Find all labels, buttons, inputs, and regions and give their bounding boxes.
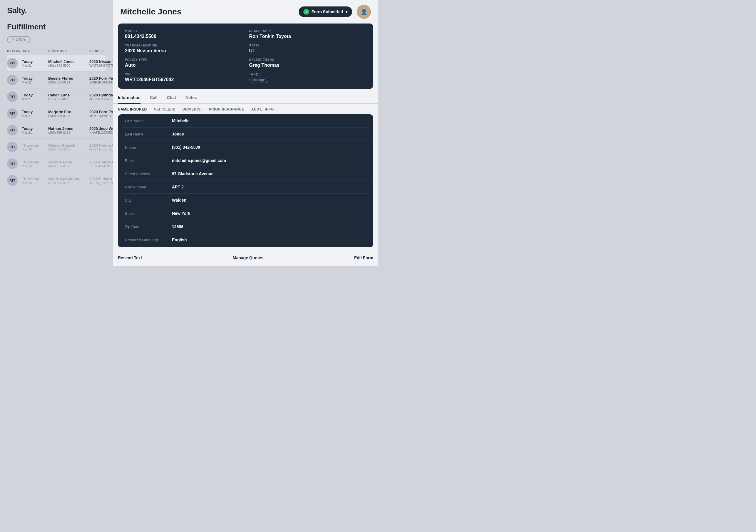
form-section: First Name Mitchelle Last Name Jones Pho… [118, 114, 373, 247]
form-label: Last Name [125, 132, 172, 136]
filter-button[interactable]: FILTER [7, 36, 31, 43]
date-sub: Mar 21 [22, 97, 48, 101]
tabs-bar: InformationCallChatNotes [113, 92, 378, 104]
form-row: Phone (801) 342-5500 [122, 141, 368, 154]
info-card: MOBILE 801.4342.5500 DEALERSHIP Ron Tonk… [118, 23, 373, 89]
customer-name: Marjorie Fox [48, 110, 89, 114]
tags-field: TAG(S) Manage [249, 73, 366, 83]
table-row[interactable]: RTTThursdayMar 20Jerome Pena(843) 555-01… [7, 155, 106, 172]
page-title: Fulfillment [7, 22, 106, 32]
dealer-avatar: RTT [7, 75, 18, 85]
sub-tab-vehicle(s)[interactable]: VEHICLE(S) [154, 105, 176, 114]
dealer-avatar: RTT [7, 125, 18, 136]
customer-name: Jerome Pena [48, 160, 89, 164]
date-sub: Mar 21 [22, 131, 48, 134]
salesperson-value: Greg Thomas [249, 63, 366, 68]
state-value: UT [249, 48, 366, 53]
date-col: TodayMar 21 [22, 59, 48, 67]
logo: Salty. [7, 6, 106, 15]
right-header: Mitchelle Jones ✓ Form Submitted ▾ 👤 [113, 0, 378, 23]
customer-phone: (308) 555-0121 [48, 81, 89, 84]
sub-tab-prior-insurance[interactable]: PRIOR INSURANCE [209, 105, 244, 114]
form-label: First Name [125, 119, 172, 123]
mobile-field: MOBILE 801.4342.5500 [125, 29, 242, 39]
table-row[interactable]: RTTThursdayMar 20Courtney Cooper(319) 55… [7, 172, 106, 189]
left-panel: Salty. Fulfillment FILTER DEALER DATE CU… [0, 0, 113, 266]
avatar: 👤 [357, 5, 371, 19]
table-row[interactable]: RTTTodayMar 21Mitchell Jones(801) 342-55… [7, 55, 106, 71]
customer-col: Wendy Russell(225) 555-0118 [48, 143, 89, 151]
year-make-model-value: 2020 Nissan Versa [125, 48, 242, 53]
policy-type-field: POLICY TYPE Auto [125, 58, 242, 68]
date-main: Thursday [22, 177, 48, 181]
customer-name: Mitchell Jones [48, 59, 89, 64]
vin-field: VIN WRT12646FGT567042 [125, 73, 242, 83]
form-label: State [125, 211, 172, 216]
salesperson-label: SALESPERSON [249, 58, 366, 62]
table-row[interactable]: RTTTodayMar 21Calvin Lane(217) 555-01132… [7, 88, 106, 105]
customer-phone: (843) 555-0130 [48, 164, 89, 168]
form-value: Walden [172, 198, 366, 202]
check-icon: ✓ [303, 9, 309, 15]
dealership-field: DEALERSHIP Ron Tonkin Toyota [249, 29, 366, 39]
manage-tag-button[interactable]: Manage [249, 77, 268, 83]
dealership-value: Ron Tonkin Toyota [249, 34, 366, 39]
date-col: ThursdayMar 20 [22, 160, 48, 168]
form-value: Mitchelle [172, 119, 366, 123]
dealer-avatar: RTT [7, 92, 18, 102]
dealer-avatar: RTT [7, 108, 18, 119]
tab-call[interactable]: Call [150, 92, 157, 104]
state-field: STATE UT [249, 44, 366, 53]
tab-notes[interactable]: Notes [185, 92, 197, 104]
customer-col: Mitchell Jones(801) 342-5500 [48, 59, 89, 67]
table-row[interactable]: RTTTodayMar 21Marjorie Fox(209) 555-0104… [7, 105, 106, 122]
form-row: Zip Code 12586 [122, 220, 368, 233]
date-main: Today [22, 110, 48, 114]
table-row[interactable]: RTTTodayMar 21Nathan Jones(208) 555-0112… [7, 122, 106, 139]
sub-tab-name-insured[interactable]: NAME INSURED [118, 105, 147, 114]
form-label: Phone [125, 145, 172, 149]
bottom-actions: Resend TextManage QuotesEdit Form [113, 250, 378, 266]
tab-information[interactable]: Information [118, 92, 141, 104]
tags-label: TAG(S) [249, 73, 366, 76]
customer-col: Nathan Jones(208) 555-0112 [48, 126, 89, 134]
customer-name: Nathan Jones [48, 126, 89, 131]
form-value: New York [172, 211, 366, 216]
date-col: TodayMar 21 [22, 76, 48, 84]
mobile-value: 801.4342.5500 [125, 34, 242, 39]
form-row: First Name Mitchelle [122, 114, 368, 127]
date-main: Thursday [22, 143, 48, 147]
resend-text-button[interactable]: Resend Text [118, 253, 142, 262]
form-value: 97 Gladstone Avenue [172, 172, 366, 176]
form-label: Street Address [125, 172, 172, 176]
sub-tab-add-l.-info[interactable]: ADD'L. INFO [251, 105, 274, 114]
policy-type-label: POLICY TYPE [125, 58, 242, 62]
form-row: Email mitchelle.jones@gmail.com [122, 154, 368, 167]
tab-chat[interactable]: Chat [167, 92, 176, 104]
form-label: Preferred Language [125, 238, 172, 242]
table-row[interactable]: RTTTodayMar 21Bessie Flores(308) 555-012… [7, 71, 106, 88]
customer-name: Calvin Lane [48, 93, 89, 97]
dealer-avatar: RTT [7, 58, 18, 68]
manage-quotes-button[interactable]: Manage Quotes [233, 253, 263, 262]
chevron-down-icon: ▾ [345, 10, 347, 14]
form-label: Zip Code [125, 225, 172, 229]
customer-name-title: Mitchelle Jones [120, 7, 294, 16]
policy-type-value: Auto [125, 63, 242, 68]
col-customer: CUSTOMER [48, 50, 89, 53]
table-row[interactable]: RTTThursdayMar 20Wendy Russell(225) 555-… [7, 139, 106, 155]
customer-phone: (217) 555-0113 [48, 97, 89, 101]
date-sub: Mar 21 [22, 114, 48, 118]
salesperson-field: SALESPERSON Greg Thomas [249, 58, 366, 68]
dealer-avatar: RTT [7, 158, 18, 169]
edit-form-button[interactable]: Edit Form [354, 253, 373, 262]
customer-phone: (209) 555-0104 [48, 114, 89, 118]
form-row: City Walden [122, 194, 368, 207]
sub-tab-driver(s)[interactable]: DRIVER(S) [182, 105, 202, 114]
date-sub: Mar 20 [22, 164, 48, 168]
date-col: TodayMar 21 [22, 126, 48, 134]
dealer-avatar: RTT [7, 175, 18, 186]
dealership-label: DEALERSHIP [249, 29, 366, 33]
status-badge[interactable]: ✓ Form Submitted ▾ [299, 7, 352, 17]
form-row: Street Address 97 Gladstone Avenue [122, 167, 368, 180]
